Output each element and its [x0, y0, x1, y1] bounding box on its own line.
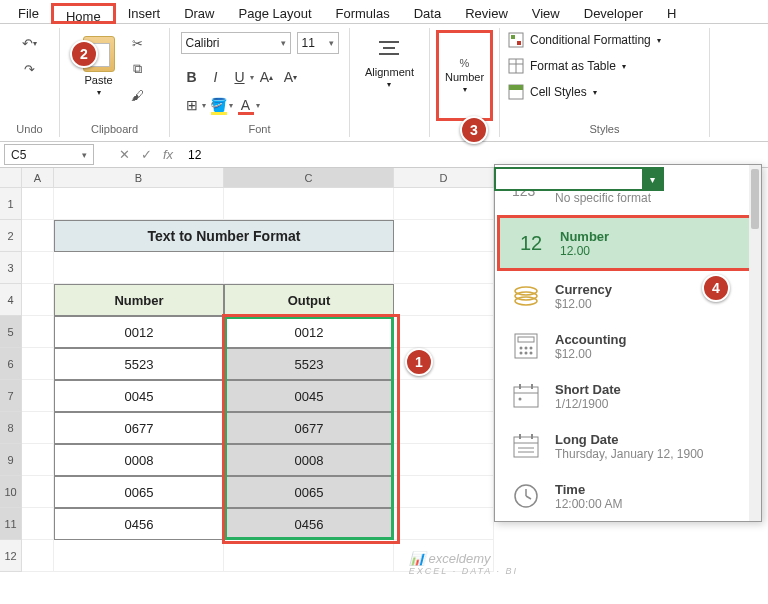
decrease-font-button[interactable]: A▾ [280, 66, 302, 88]
bold-button[interactable]: B [181, 66, 203, 88]
enter-formula-button[interactable]: ✓ [136, 145, 156, 165]
number-icon: 12 [514, 228, 548, 258]
group-styles-label: Styles [590, 123, 620, 135]
row-header[interactable]: 3 [0, 252, 22, 284]
tab-file[interactable]: File [6, 3, 51, 23]
group-clipboard-label: Clipboard [91, 123, 138, 135]
dropdown-scrollbar[interactable] [749, 165, 761, 521]
row-header[interactable]: 2 [0, 220, 22, 252]
svg-line-36 [526, 496, 531, 499]
tab-formulas[interactable]: Formulas [324, 3, 402, 23]
name-box[interactable]: C5▾ [4, 144, 94, 165]
col-header[interactable]: C [224, 168, 394, 188]
alignment-icon [375, 36, 403, 64]
format-as-table-button[interactable]: Format as Table ▾ [508, 58, 626, 74]
percent-icon: % [460, 57, 470, 69]
underline-button[interactable]: U [229, 66, 251, 88]
svg-point-22 [530, 352, 533, 355]
cell-c5[interactable]: 0012 [224, 316, 394, 348]
svg-rect-16 [518, 337, 534, 342]
title-cell[interactable]: Text to Number Format [54, 220, 394, 252]
format-long-date[interactable]: Long DateThursday, January 12, 1900 [495, 421, 761, 471]
table-icon [508, 58, 524, 74]
font-name-combo[interactable]: Calibri▾ [181, 32, 291, 54]
select-all-corner[interactable] [0, 168, 22, 188]
format-painter-button[interactable]: 🖌 [125, 84, 151, 106]
increase-font-button[interactable]: A▴ [256, 66, 278, 88]
alignment-button[interactable]: Alignment ▾ [361, 32, 418, 93]
cell-b11[interactable]: 0456 [54, 508, 224, 540]
cell-c9[interactable]: 0008 [224, 444, 394, 476]
tab-review[interactable]: Review [453, 3, 520, 23]
number-format-button[interactable]: % Number ▾ [441, 53, 488, 98]
undo-button[interactable]: ↶ ▾ [17, 32, 43, 54]
cell-c10[interactable]: 0065 [224, 476, 394, 508]
row-header[interactable]: 11 [0, 508, 22, 540]
cancel-formula-button[interactable]: ✕ [114, 145, 134, 165]
italic-button[interactable]: I [205, 66, 227, 88]
tab-insert[interactable]: Insert [116, 3, 173, 23]
header-output[interactable]: Output [224, 284, 394, 316]
format-accounting[interactable]: Accounting $12.00 [495, 321, 761, 371]
svg-point-21 [525, 352, 528, 355]
tab-home[interactable]: Home [51, 3, 116, 24]
cell-b10[interactable]: 0065 [54, 476, 224, 508]
format-short-date[interactable]: Short Date1/12/1900 [495, 371, 761, 421]
row-header[interactable]: 9 [0, 444, 22, 476]
font-size-combo[interactable]: 11▾ [297, 32, 339, 54]
fill-color-button[interactable]: 🪣 [208, 94, 230, 116]
format-time[interactable]: Time12:00:00 AM [495, 471, 761, 521]
col-header[interactable]: A [22, 168, 54, 188]
redo-button[interactable]: ↷ [17, 58, 43, 80]
tab-draw[interactable]: Draw [172, 3, 226, 23]
col-header[interactable]: D [394, 168, 494, 188]
fx-button[interactable]: fx [158, 145, 178, 165]
row-header[interactable]: 5 [0, 316, 22, 348]
tab-developer[interactable]: Developer [572, 3, 655, 23]
number-format-combo[interactable]: ▾ [494, 167, 664, 191]
cell-b7[interactable]: 0045 [54, 380, 224, 412]
copy-button[interactable]: ⧉ [125, 58, 151, 80]
border-button[interactable]: ⊞ [181, 94, 203, 116]
tab-view[interactable]: View [520, 3, 572, 23]
row-header[interactable]: 6 [0, 348, 22, 380]
row-header[interactable]: 7 [0, 380, 22, 412]
cell-b8[interactable]: 0677 [54, 412, 224, 444]
conditional-formatting-icon [508, 32, 524, 48]
accounting-icon [509, 331, 543, 361]
svg-rect-23 [514, 387, 538, 407]
cell-b9[interactable]: 0008 [54, 444, 224, 476]
row-header[interactable]: 1 [0, 188, 22, 220]
header-number[interactable]: Number [54, 284, 224, 316]
row-header[interactable]: 8 [0, 412, 22, 444]
annotation-3: 3 [460, 116, 488, 144]
cell-b5[interactable]: 0012 [54, 316, 224, 348]
cell-styles-icon [508, 84, 524, 100]
ribbon-tabs: File Home Insert Draw Page Layout Formul… [0, 0, 768, 24]
svg-point-14 [515, 297, 537, 305]
cell-c11[interactable]: 0456 [224, 508, 394, 540]
chevron-down-icon: ▾ [642, 169, 662, 189]
cell-styles-button[interactable]: Cell Styles ▾ [508, 84, 597, 100]
long-date-icon [509, 431, 543, 461]
tab-data[interactable]: Data [402, 3, 453, 23]
row-header[interactable]: 12 [0, 540, 22, 572]
cell-c6[interactable]: 5523 [224, 348, 394, 380]
svg-point-18 [525, 347, 528, 350]
cell-c7[interactable]: 0045 [224, 380, 394, 412]
row-header[interactable]: 10 [0, 476, 22, 508]
cut-button[interactable]: ✂ [125, 32, 151, 54]
row-header[interactable]: 4 [0, 284, 22, 316]
time-icon [509, 481, 543, 511]
formula-input[interactable] [182, 144, 768, 165]
annotation-2: 2 [70, 40, 98, 68]
tab-help[interactable]: H [655, 3, 688, 23]
cell-c8[interactable]: 0677 [224, 412, 394, 444]
format-number[interactable]: 12 Number12.00 [500, 218, 756, 268]
font-color-button[interactable]: A [235, 94, 257, 116]
svg-point-17 [520, 347, 523, 350]
conditional-formatting-button[interactable]: Conditional Formatting ▾ [508, 32, 661, 48]
col-header[interactable]: B [54, 168, 224, 188]
tab-pagelayout[interactable]: Page Layout [227, 3, 324, 23]
cell-b6[interactable]: 5523 [54, 348, 224, 380]
